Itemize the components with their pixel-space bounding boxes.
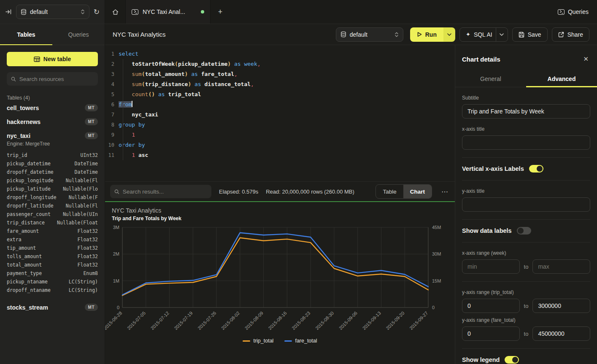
code-line: 9 1 (105, 130, 455, 140)
range-to-label: to (524, 331, 529, 337)
line-number: 11 (105, 150, 114, 160)
legend-item-fare_total[interactable]: fare_total (284, 338, 317, 344)
database-icon (340, 31, 346, 38)
queries-button[interactable]: Queries (558, 8, 589, 15)
svg-text:2015-09-27: 2015-09-27 (408, 310, 429, 331)
text-caret (132, 101, 132, 107)
legend-swatch (284, 340, 292, 342)
column-row: passenger_countNullable(UIn (7, 210, 98, 218)
legend-item-trip_total[interactable]: trip_total (243, 338, 273, 344)
svg-text:2015-08-30: 2015-08-30 (314, 310, 335, 331)
tab-title: NYC Taxi Anal... (143, 8, 197, 15)
close-icon[interactable]: ✕ (583, 55, 589, 63)
code-line: 4 sum(trip_distance) as distance_total, (105, 79, 455, 89)
column-row: trip_idUInt32 (7, 151, 98, 159)
sql-ai-chevron[interactable] (496, 28, 508, 41)
line-number: 5 (105, 89, 114, 100)
svg-text:2015-07-05: 2015-07-05 (126, 310, 146, 331)
results-search (110, 185, 211, 198)
column-row: dropoff_datetimeDateTime (7, 168, 98, 176)
panel-tab-general[interactable]: General (455, 70, 526, 87)
subtitle-input[interactable] (462, 104, 590, 119)
toggle-knob (537, 166, 543, 172)
line-chart: 001M15M2M30M3M45M2015-06-282015-07-05201… (105, 221, 455, 336)
database-icon (21, 9, 27, 15)
table-item-hackernews[interactable]: hackernewsMT (7, 115, 98, 129)
y-range-fare-max-input[interactable] (532, 326, 590, 341)
search-resources-input[interactable] (19, 76, 94, 82)
x-axis-title-input[interactable] (462, 135, 590, 150)
database-selector[interactable]: default (16, 5, 89, 19)
save-label: Save (528, 31, 541, 38)
svg-text:2015-06-28: 2015-06-28 (105, 310, 123, 331)
toolbar-database-selector[interactable]: default (336, 27, 403, 42)
new-tab-button[interactable]: + (211, 0, 230, 24)
chart-panel: NYC Taxi Analytics Trip and Fare Totals … (105, 201, 455, 364)
y-axis-title-input[interactable] (462, 197, 590, 212)
line-number: 4 (105, 79, 114, 89)
engine-badge: MT (85, 132, 98, 139)
code-line: 6from (105, 100, 455, 110)
y-range-trip-min-input[interactable] (462, 299, 520, 313)
x-range-max-input[interactable] (532, 259, 590, 274)
view-toggle-chart[interactable]: Chart (403, 185, 432, 198)
range-to-label: to (524, 264, 529, 270)
show-legend-toggle[interactable] (505, 356, 519, 364)
sidebar-tab-tables[interactable]: Tables (0, 24, 52, 45)
sql-editor[interactable]: 1select2 toStartOfWeek(pickup_datetime) … (105, 45, 455, 181)
view-toggle-table[interactable]: Table (376, 185, 403, 198)
sidebar-tab-queries[interactable]: Queries (52, 24, 105, 45)
run-options-chevron[interactable] (443, 27, 455, 42)
vertical-labels-toggle[interactable] (529, 165, 543, 173)
panel-tab-advanced[interactable]: Advanced (526, 70, 597, 87)
table-item-cell_towers[interactable]: cell_towersMT (7, 101, 98, 115)
toggle-knob (518, 228, 524, 234)
table-item-stocks_stream[interactable]: stocks_streamMT (7, 300, 98, 314)
new-table-button[interactable]: New table (7, 52, 98, 66)
overflow-menu-icon[interactable]: ⋯ (440, 188, 450, 196)
sidebar: Tables Queries New table Tables (4) cell… (0, 24, 105, 364)
code-line: 10order by (105, 140, 455, 150)
column-row: payment_typeEnum8 (7, 269, 98, 278)
save-icon (519, 32, 524, 38)
code-line: 1select (105, 49, 455, 59)
divider (462, 180, 590, 181)
code-line: 3 sum(total_amount) as fare_total, (105, 69, 455, 79)
share-label: Share (567, 31, 583, 38)
home-button[interactable] (105, 0, 125, 24)
subtitle-label: Subtitle (462, 95, 590, 101)
svg-text:0: 0 (117, 305, 119, 310)
toggle-knob (512, 357, 518, 363)
y-range-fare-label: y-axis range (fare_total) (462, 317, 590, 323)
search-icon (11, 76, 16, 82)
table-name: stocks_stream (7, 304, 48, 311)
svg-text:2015-08-23: 2015-08-23 (291, 310, 311, 331)
code-line: 5 count() as trip_total (105, 89, 455, 100)
collapse-sidebar-icon[interactable] (5, 8, 12, 15)
sparkle-icon: ✦ (466, 31, 470, 38)
data-labels-toggle[interactable] (517, 227, 531, 235)
share-button[interactable]: Share (552, 27, 589, 42)
chart-title: NYC Taxi Analytics (112, 207, 448, 214)
legend-swatch (243, 340, 250, 342)
sql-ai-button[interactable]: ✦ SQL AI (459, 27, 508, 42)
tab-nyc-taxi-analytics[interactable]: NYC Taxi Anal... (125, 0, 211, 24)
y-range-fare-min-input[interactable] (462, 326, 520, 341)
results-toolbar: Elapsed: 0.579s Read: 20,000,000 rows (2… (105, 181, 455, 201)
search-results-input[interactable] (123, 189, 207, 195)
column-row: pickup_ntanameLC(String) (7, 278, 98, 286)
resource-search (7, 72, 98, 86)
svg-text:2015-08-09: 2015-08-09 (244, 310, 264, 331)
run-button[interactable]: Run (410, 27, 443, 42)
refresh-icon[interactable]: ↻ (94, 8, 100, 16)
line-number: 10 (105, 140, 114, 150)
save-button[interactable]: Save (512, 27, 548, 42)
y-range-trip-max-input[interactable] (532, 299, 590, 313)
table-engine: Engine: MergeTree (7, 141, 98, 147)
svg-text:45M: 45M (432, 225, 441, 230)
elapsed-stat: Elapsed: 0.579s (219, 189, 258, 195)
line-number: 3 (105, 69, 114, 79)
panel-title: Chart details (462, 56, 500, 63)
run-button-group: Run (410, 27, 455, 42)
x-range-min-input[interactable] (462, 259, 520, 274)
